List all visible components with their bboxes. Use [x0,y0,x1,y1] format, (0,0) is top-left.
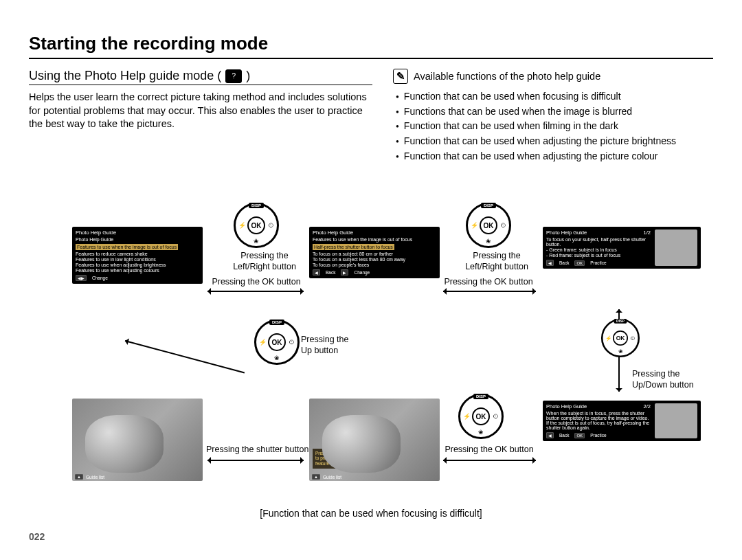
control-dial: DISP OK ⚡ ⏲ ❀ [254,320,300,365]
sample-photo-overlay: Press the shutter button to practice usi… [309,399,440,481]
caption-press-up: Pressing the Up button [301,335,348,356]
note-heading: Available functions of the photo help gu… [414,71,600,82]
function-item: Function that can be used when adjusting… [396,149,713,164]
control-dial: DISP OK ⚡ ⏲ ❀ [466,203,511,248]
page-heading: Starting the recording mode [29,33,713,54]
caption-press-ud: Pressing the Up/Down button [632,369,694,390]
subheading-rule [29,85,372,85]
page-number: 022 [29,531,45,542]
intro-text: Helps the user learn the correct picture… [29,91,372,131]
flow-diagram: Photo Help Guide Photo Help Guide Featur… [55,203,715,512]
function-item: Function that can be used when focusing … [396,89,713,104]
note-icon: ✎ [393,69,408,84]
caption-press-shutter: Pressing the shutter button [206,445,308,456]
control-dial: DISP OK ⚡ ⏲ ❀ [234,203,279,248]
caption-press-ok: Pressing the OK button [208,277,304,288]
diagram-caption: [Function that can be used when focusing… [0,508,742,519]
photo-help-mode-icon: ? [225,69,242,83]
caption-press-ok: Pressing the OK button [440,277,537,288]
caption-press-ok: Pressing the OK button [441,445,537,456]
camera-illustration [655,403,697,438]
control-dial: DISP OK ⚡ ⏲ ❀ [601,319,640,357]
heading-rule [29,58,713,59]
caption-press-lr: Pressing the Left/Right button [456,251,538,272]
arrow-icon [125,340,245,374]
screen-d: Photo Help Guide2/2 When the subject is … [543,401,701,441]
caption-press-lr: Pressing the Left/Right button [223,251,306,272]
function-item: Functions that can be used when the imag… [396,104,713,120]
double-arrow-icon [207,291,304,292]
screen-c: Photo Help Guide1/2 To focus on your sub… [543,227,701,269]
double-arrow-icon [207,460,304,461]
camera-illustration [655,229,697,266]
screen-b: Photo Help Guide Features to use when th… [309,227,440,278]
control-dial: DISP OK ⚡ ⏲ ❀ [458,394,504,439]
subheading: Using the Photo Help guide mode ( ? ) [29,69,372,83]
sample-photo: ▲Guide list [72,399,203,481]
function-item: Function that can be used when filming i… [396,119,713,134]
screen-a: Photo Help Guide Photo Help Guide Featur… [72,227,203,284]
functions-list: Function that can be used when focusing … [396,89,713,164]
double-arrow-icon [443,460,536,461]
double-arrow-icon [443,291,536,292]
function-item: Function that can be used when adjusting… [396,134,713,149]
